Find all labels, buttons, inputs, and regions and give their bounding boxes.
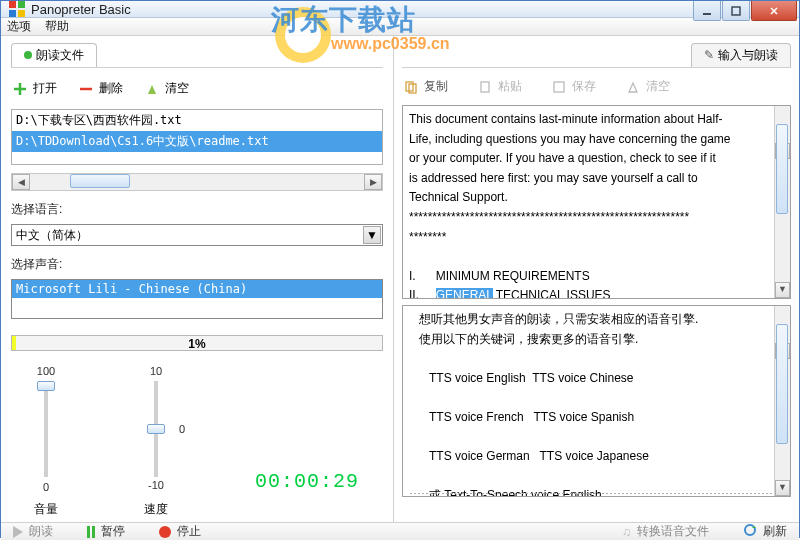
- play-label: 朗读: [29, 523, 53, 540]
- titlebar[interactable]: Panopreter Basic: [1, 1, 799, 18]
- language-combo[interactable]: 中文（简体） ▼: [11, 224, 383, 246]
- sliders-row: 100 0 10 0 -10 00:00:29: [11, 365, 383, 493]
- tab-active-dot-icon: [24, 51, 32, 59]
- speed-track[interactable]: [154, 381, 158, 477]
- dotted-underline: [409, 493, 772, 494]
- minimize-button[interactable]: [693, 1, 721, 21]
- progress-bar: 1%: [11, 335, 383, 351]
- stop-icon: [159, 526, 171, 538]
- clear-icon: [145, 82, 159, 96]
- clear-right-button[interactable]: 清空: [626, 78, 670, 95]
- svg-rect-8: [481, 82, 489, 92]
- left-pane: 朗读文件 打开 删除 清空 D:\下载专区\西西软件园.txt: [1, 36, 394, 522]
- file-list-hscroll[interactable]: ◀ ▶: [11, 173, 383, 191]
- stop-button[interactable]: 停止: [159, 523, 201, 540]
- volume-thumb[interactable]: [37, 381, 55, 391]
- convert-label: 转换语音文件: [637, 523, 709, 540]
- speed-max: 10: [150, 365, 162, 377]
- stop-label: 停止: [177, 523, 201, 540]
- volume-min: 0: [43, 481, 49, 493]
- window-title: Panopreter Basic: [31, 2, 799, 17]
- svg-rect-4: [703, 13, 711, 15]
- volume-max: 100: [37, 365, 55, 377]
- file-list[interactable]: D:\下载专区\西西软件园.txt D:\TDDownload\Cs1.6中文版…: [11, 109, 383, 165]
- scroll-thumb[interactable]: [776, 124, 788, 214]
- voice-list[interactable]: Microsoft Lili - Chinese (China): [11, 279, 383, 319]
- left-toolbar: 打开 删除 清空: [11, 74, 383, 103]
- maximize-button[interactable]: [722, 1, 750, 21]
- right-toolbar: 复制 粘贴 保存 清空: [402, 74, 791, 99]
- scroll-thumb[interactable]: [70, 174, 130, 188]
- tab-read-file[interactable]: 朗读文件: [11, 43, 97, 67]
- progress-area: 1%: [11, 335, 383, 351]
- app-window: 河东下载站 www.pc0359.cn Panopreter Basic 选项 …: [0, 0, 800, 538]
- menu-options[interactable]: 选项: [7, 18, 31, 35]
- open-label: 打开: [33, 80, 57, 97]
- speed-thumb[interactable]: [147, 424, 165, 434]
- scroll-down-icon[interactable]: ▼: [775, 282, 790, 298]
- svg-rect-9: [554, 82, 564, 92]
- tab-input-read-label: 输入与朗读: [718, 47, 778, 64]
- save-label: 保存: [572, 78, 596, 95]
- open-button[interactable]: 打开: [13, 80, 57, 97]
- left-tabs: 朗读文件: [11, 42, 383, 68]
- progress-pct: 1%: [12, 337, 382, 351]
- hint-vscroll[interactable]: ▲ ▼: [774, 306, 790, 496]
- list-item[interactable]: D:\下载专区\西西软件园.txt: [12, 110, 382, 131]
- doc-highlight: GENERAL: [436, 288, 493, 299]
- language-label: 选择语言:: [11, 201, 383, 218]
- elapsed-timer: 00:00:29: [255, 470, 383, 493]
- volume-track[interactable]: [44, 381, 48, 477]
- close-button[interactable]: [751, 1, 797, 21]
- speed-mid: 0: [179, 423, 185, 435]
- delete-button[interactable]: 删除: [79, 80, 123, 97]
- hint-textbox[interactable]: 想听其他男女声音的朗读，只需安装相应的语音引擎. 使用以下的关键词，搜索更多的语…: [402, 305, 791, 497]
- scroll-track[interactable]: [30, 174, 364, 190]
- speed-label: 速度: [121, 501, 191, 518]
- scroll-thumb[interactable]: [776, 324, 788, 444]
- menu-help[interactable]: 帮助: [45, 18, 69, 35]
- svg-rect-5: [732, 7, 740, 15]
- refresh-button[interactable]: 刷新: [743, 523, 787, 540]
- speed-slider[interactable]: 10 0 -10: [121, 365, 191, 491]
- statusbar: 朗读 暂停 停止 ♫ 转换语音文件 刷新: [1, 522, 799, 540]
- pause-button[interactable]: 暂停: [87, 523, 125, 540]
- paste-icon: [478, 80, 492, 94]
- svg-rect-0: [9, 1, 16, 8]
- copy-button[interactable]: 复制: [404, 78, 448, 95]
- scroll-down-icon[interactable]: ▼: [775, 480, 790, 496]
- right-tabs: ✎ 输入与朗读: [402, 42, 791, 68]
- svg-rect-2: [9, 10, 16, 17]
- convert-button[interactable]: ♫ 转换语音文件: [622, 523, 709, 540]
- save-button[interactable]: 保存: [552, 78, 596, 95]
- convert-icon: ♫: [622, 525, 631, 539]
- document-textbox[interactable]: This document contains last-minute infor…: [402, 105, 791, 299]
- volume-slider[interactable]: 100 0: [11, 365, 81, 493]
- right-pane: ✎ 输入与朗读 复制 粘贴 保存 清空: [394, 36, 799, 522]
- hint-text: 想听其他男女声音的朗读，只需安装相应的语音引擎. 使用以下的关键词，搜索更多的语…: [409, 312, 698, 497]
- combo-arrow-icon[interactable]: ▼: [363, 226, 381, 244]
- list-item[interactable]: D:\TDDownload\Cs1.6中文版\readme.txt: [12, 131, 382, 152]
- save-icon: [552, 80, 566, 94]
- window-controls: [692, 1, 797, 21]
- doc-vscroll[interactable]: ▲ ▼: [774, 106, 790, 298]
- tab-input-read[interactable]: ✎ 输入与朗读: [691, 43, 791, 67]
- play-icon: [13, 526, 23, 538]
- scroll-right-icon[interactable]: ▶: [364, 174, 382, 190]
- clear-button[interactable]: 清空: [145, 80, 189, 97]
- paste-button[interactable]: 粘贴: [478, 78, 522, 95]
- paste-label: 粘贴: [498, 78, 522, 95]
- svg-rect-1: [18, 1, 25, 8]
- volume-label: 音量: [11, 501, 81, 518]
- scroll-left-icon[interactable]: ◀: [12, 174, 30, 190]
- tab-read-file-label: 朗读文件: [36, 47, 84, 64]
- refresh-label: 刷新: [763, 523, 787, 540]
- menubar: 选项 帮助: [1, 18, 799, 36]
- list-item[interactable]: Microsoft Lili - Chinese (China): [12, 280, 382, 298]
- copy-icon: [404, 80, 418, 94]
- delete-label: 删除: [99, 80, 123, 97]
- play-button[interactable]: 朗读: [13, 523, 53, 540]
- copy-label: 复制: [424, 78, 448, 95]
- main-body: 朗读文件 打开 删除 清空 D:\下载专区\西西软件园.txt: [1, 36, 799, 522]
- pause-label: 暂停: [101, 523, 125, 540]
